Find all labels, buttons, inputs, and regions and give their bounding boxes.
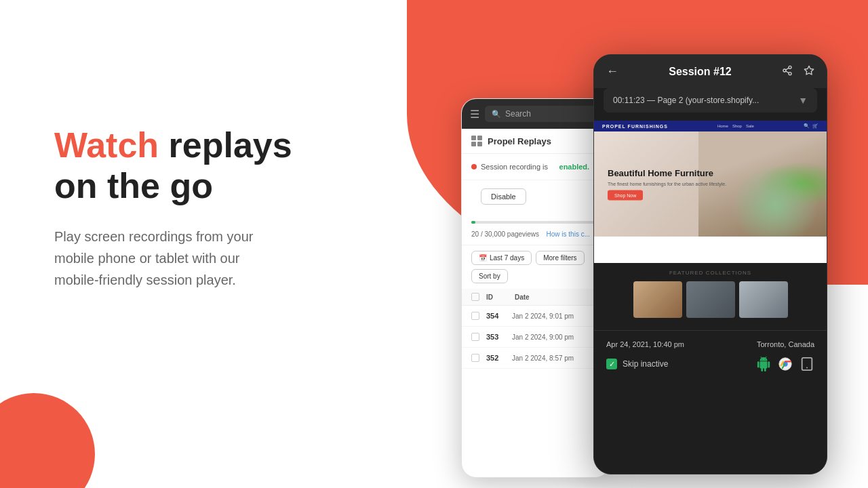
store-nav-sale: Sale — [746, 124, 754, 128]
phone2-header: ← Session #12 — [594, 55, 827, 88]
row-checkbox-354[interactable] — [471, 312, 479, 320]
disable-button[interactable]: Disable — [481, 188, 526, 205]
url-text: 00:11:23 — Page 2 (your-store.shopify... — [613, 96, 759, 105]
svg-line-4 — [786, 68, 789, 70]
url-dropdown-arrow: ▼ — [798, 95, 808, 106]
search-bar[interactable]: 🔍 Search — [485, 106, 601, 122]
session-location: Torronto, Canada — [757, 340, 814, 348]
hamburger-icon[interactable]: ☰ — [470, 108, 479, 121]
separator — [594, 330, 827, 331]
session-title: Session #12 — [669, 66, 732, 78]
store-screenshot: PROPEL FURNISHINGS Home Shop Sale 🔍 🛒 — [594, 121, 827, 263]
skip-inactive-checkbox[interactable]: ✓ — [606, 359, 617, 369]
disable-btn-container: Disable — [462, 180, 610, 216]
store-header: PROPEL FURNISHINGS Home Shop Sale 🔍 🛒 — [594, 121, 827, 131]
store-header-icons: 🔍 🛒 — [804, 123, 818, 129]
row-id-354: 354 — [486, 312, 505, 320]
search-icon: 🔍 — [492, 110, 501, 119]
header-checkbox[interactable] — [471, 293, 479, 301]
thumbnail-3 — [739, 281, 788, 318]
phone-left: ☰ 🔍 Search Propel Replays Session record… — [461, 98, 610, 478]
app-title: Propel Replays — [488, 136, 551, 146]
col-id: ID — [486, 293, 508, 301]
status-dot — [471, 164, 477, 169]
svg-marker-5 — [804, 66, 813, 75]
thumbnails-row — [606, 281, 814, 318]
store-nav: Home Shop Sale — [717, 124, 754, 128]
share-icon[interactable] — [782, 65, 793, 79]
row-date-354: Jan 2 2024, 9:01 pm — [512, 312, 574, 320]
table-header: ID Date — [462, 289, 610, 306]
thumbnail-1 — [633, 281, 682, 318]
phone-left-body: ☰ 🔍 Search Propel Replays Session record… — [461, 98, 610, 478]
table-row[interactable]: 353 Jan 2 2024, 9:00 pm — [462, 327, 610, 348]
thumbnail-2 — [686, 281, 735, 318]
progress-text: 20 / 30,000 pageviews — [471, 230, 539, 238]
phone-right-body: ← Session #12 00:11:23 — P — [593, 54, 827, 474]
col-date: Date — [515, 293, 530, 301]
hero-subtitle: The finest home furnishings for the urba… — [608, 182, 726, 186]
filters-row: 📅 Last 7 days More filters Sort by — [462, 245, 610, 289]
left-content-area: Watch replayson the go Play screen recor… — [54, 125, 292, 291]
session-timestamp: Apr 24, 2021, 10:40 pm — [606, 340, 684, 348]
store-cart-icon: 🛒 — [812, 123, 818, 129]
footer-info: Apr 24, 2021, 10:40 pm Torronto, Canada — [606, 340, 814, 348]
device-icons — [756, 357, 814, 371]
table-row[interactable]: 352 Jan 2 2024, 8:57 pm — [462, 348, 610, 369]
main-subtext: Play screen recordings from yourmobile p… — [54, 226, 292, 291]
calendar-icon: 📅 — [479, 254, 487, 262]
progress-link[interactable]: How is this c... — [547, 230, 590, 238]
store-search-icon: 🔍 — [804, 123, 810, 129]
skip-inactive-row: ✓ Skip inactive — [606, 359, 668, 369]
row-id-353: 353 — [486, 333, 505, 341]
more-filters-button[interactable]: More filters — [536, 251, 584, 265]
sort-by-button[interactable]: Sort by — [471, 269, 508, 283]
hero-shop-button[interactable]: Shop Now — [608, 190, 643, 201]
back-button[interactable]: ← — [606, 64, 618, 79]
app-title-row: Propel Replays — [462, 129, 610, 154]
last-7-days-button[interactable]: 📅 Last 7 days — [471, 251, 532, 265]
store-nav-shop: Shop — [732, 124, 742, 128]
url-bar[interactable]: 00:11:23 — Page 2 (your-store.shopify...… — [604, 88, 817, 113]
checkmark-icon: ✓ — [609, 360, 615, 369]
tablet-icon — [800, 357, 814, 371]
progress-area: 20 / 30,000 pageviews How is this c... — [462, 216, 610, 245]
store-nav-home: Home — [717, 124, 728, 128]
skip-inactive-label: Skip inactive — [623, 359, 668, 369]
svg-line-3 — [786, 71, 789, 73]
search-placeholder: Search — [505, 109, 531, 119]
progress-bar-fill — [471, 221, 475, 224]
row-date-352: Jan 2 2024, 8:57 pm — [512, 354, 574, 362]
chrome-icon — [778, 357, 793, 371]
svg-rect-8 — [802, 358, 812, 370]
app-icon — [471, 136, 482, 146]
last-7-days-label: Last 7 days — [490, 254, 524, 262]
row-date-353: Jan 2 2024, 9:00 pm — [512, 333, 574, 341]
row-checkbox-352[interactable] — [471, 354, 479, 362]
phone-left-header: ☰ 🔍 Search — [462, 99, 610, 129]
star-icon[interactable] — [804, 65, 814, 79]
headline-watch: Watch — [54, 125, 159, 165]
header-icons — [782, 65, 814, 79]
background-bottom-left — [0, 393, 95, 488]
row-checkbox-353[interactable] — [471, 333, 479, 341]
collections-label: FEATURED COLLECTIONS — [606, 270, 814, 276]
android-icon — [756, 357, 771, 371]
hero-title: Beautiful Home Furniture — [608, 167, 726, 179]
status-value: enabled. — [559, 163, 590, 171]
table-row[interactable]: 354 Jan 2 2024, 9:01 pm — [462, 306, 610, 327]
phone2-bottom: FEATURED COLLECTIONS Apr 24, 2021, 10:40… — [594, 263, 827, 474]
progress-bar-bg — [471, 221, 600, 224]
recording-status-row: Session recording is enabled. — [462, 154, 610, 180]
store-hero: Beautiful Home Furniture The finest home… — [594, 131, 827, 237]
row-id-352: 352 — [486, 354, 505, 362]
status-label: Session recording is — [481, 163, 548, 171]
main-headline: Watch replayson the go — [54, 125, 292, 207]
phone-right: ← Session #12 00:11:23 — P — [593, 54, 827, 474]
hero-text-box: Beautiful Home Furniture The finest home… — [608, 167, 726, 201]
store-logo: PROPEL FURNISHINGS — [602, 124, 668, 129]
bottom-controls: ✓ Skip inactive — [606, 357, 814, 371]
